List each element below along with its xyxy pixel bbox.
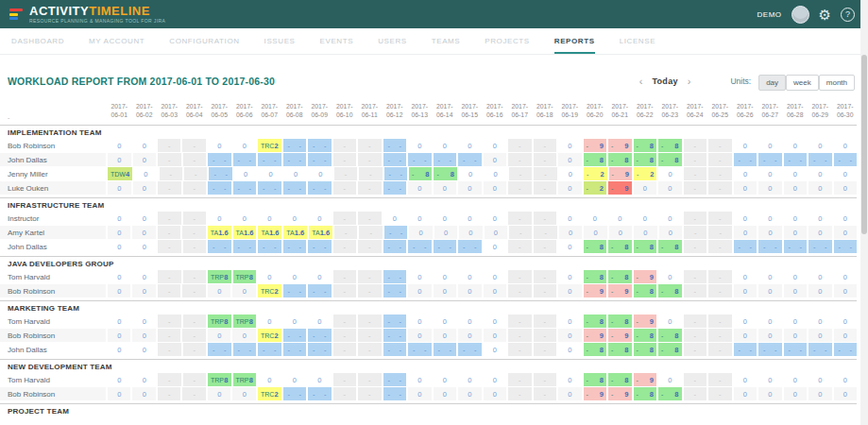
workload-cell[interactable]: 0 (259, 167, 281, 180)
workload-cell[interactable]: - (534, 373, 557, 386)
workload-cell[interactable]: - (333, 212, 357, 225)
workload-cell[interactable]: -8 (584, 314, 607, 328)
workload-cell[interactable]: 0 (459, 167, 482, 180)
workload-cell[interactable]: 0 (458, 212, 482, 225)
workload-cell[interactable]: -9 (584, 329, 607, 342)
workload-cell[interactable]: - (358, 329, 382, 342)
workload-cell[interactable]: - (708, 240, 732, 253)
workload-cell[interactable]: -8 (658, 240, 682, 253)
workload-cell[interactable]: 0 (308, 212, 332, 225)
workload-cell[interactable]: 0 (734, 226, 757, 239)
workload-cell[interactable]: - (708, 329, 732, 342)
workload-cell[interactable]: -- (258, 240, 281, 253)
workload-cell[interactable]: 0 (408, 314, 432, 328)
workload-cell[interactable]: - (333, 343, 357, 356)
workload-cell[interactable]: - (183, 212, 207, 225)
workload-cell[interactable]: - (183, 240, 207, 253)
workload-cell[interactable]: -- (308, 343, 332, 356)
workload-cell[interactable]: -- (283, 343, 307, 356)
workload-cell[interactable]: -- (734, 343, 757, 356)
workload-cell[interactable]: -- (258, 153, 281, 166)
workload-cell[interactable]: 0 (484, 387, 506, 400)
workload-cell[interactable]: 0 (133, 212, 157, 225)
workload-cell[interactable]: 0 (584, 226, 606, 239)
workload-cell[interactable]: -9 (634, 314, 657, 328)
settings-gear-icon[interactable]: ⚙ (819, 8, 831, 22)
workload-cell[interactable]: 0 (208, 212, 231, 225)
workload-cell[interactable]: 0 (434, 314, 457, 328)
workload-cell[interactable]: 0 (558, 212, 582, 225)
workload-cell[interactable]: -- (258, 343, 281, 356)
workload-cell[interactable]: -8 (634, 387, 657, 400)
workload-cell[interactable]: - (534, 181, 557, 195)
workload-cell[interactable]: -9 (634, 270, 657, 283)
workload-cell[interactable]: 0 (408, 181, 432, 195)
workload-cell[interactable]: 0 (459, 226, 482, 239)
workload-cell[interactable]: 0 (559, 167, 582, 180)
workload-cell[interactable]: -2 (634, 167, 656, 180)
workload-cell[interactable]: - (182, 284, 206, 298)
workload-cell[interactable]: 0 (133, 153, 157, 166)
workload-cell[interactable]: -- (383, 270, 407, 283)
workload-cell[interactable]: 0 (308, 270, 332, 283)
workload-cell[interactable]: 0 (434, 329, 457, 342)
workload-cell[interactable]: 0 (484, 329, 506, 342)
workload-cell[interactable]: -- (383, 284, 407, 298)
workload-cell[interactable]: 0 (434, 373, 457, 386)
workload-cell[interactable]: - (508, 314, 532, 328)
workload-cell[interactable]: 0 (808, 226, 831, 239)
workload-cell[interactable]: -- (808, 153, 832, 166)
workload-cell[interactable]: 0 (784, 226, 807, 239)
workload-cell[interactable]: -- (233, 240, 257, 253)
workload-cell[interactable]: -8 (658, 329, 681, 342)
workload-cell[interactable]: - (534, 387, 557, 400)
workload-cell[interactable]: 0 (808, 329, 832, 342)
next-chevron-icon[interactable]: › (688, 76, 691, 87)
workload-cell[interactable]: -8 (634, 329, 657, 342)
app-logo[interactable]: ACTIVITYTIMELINE RESOURCE PLANNING & MAN… (9, 5, 165, 24)
workload-cell[interactable]: - (182, 387, 206, 400)
workload-cell[interactable]: 0 (458, 329, 482, 342)
nav-item-dashboard[interactable]: DASHBOARD (11, 28, 64, 54)
workload-cell[interactable]: 0 (784, 387, 808, 400)
workload-cell[interactable]: - (333, 373, 357, 386)
workload-cell[interactable]: -- (383, 343, 407, 356)
workload-cell[interactable]: 0 (558, 153, 582, 166)
workload-cell[interactable]: - (158, 329, 181, 342)
workload-cell[interactable]: -- (784, 343, 808, 356)
workload-cell[interactable]: -- (308, 139, 331, 152)
workload-cell[interactable]: -- (233, 153, 257, 166)
workload-cell[interactable]: - (708, 212, 732, 225)
workload-cell[interactable]: 0 (108, 270, 131, 283)
workload-cell[interactable]: -2 (584, 167, 606, 180)
workload-cell[interactable]: - (160, 167, 182, 180)
workload-cell[interactable]: 0 (434, 226, 457, 239)
workload-cell[interactable]: 0 (784, 314, 808, 328)
workload-cell[interactable]: - (158, 270, 181, 283)
workload-cell[interactable]: - (158, 387, 181, 400)
workload-cell[interactable]: -- (308, 284, 331, 298)
user-avatar[interactable] (791, 6, 809, 24)
workload-cell[interactable]: - (508, 373, 532, 386)
workload-cell[interactable]: 0 (458, 314, 482, 328)
workload-cell[interactable]: TRP8 (233, 314, 257, 328)
workload-cell[interactable]: - (509, 167, 532, 180)
workload-cell[interactable]: -- (458, 343, 482, 356)
workload-cell[interactable]: - (509, 226, 532, 239)
nav-item-my-account[interactable]: MY ACCOUNT (89, 28, 145, 54)
workload-cell[interactable]: -8 (658, 139, 681, 152)
workload-cell[interactable]: - (333, 153, 357, 166)
workload-cell[interactable]: 0 (234, 167, 257, 180)
workload-cell[interactable]: - (684, 181, 707, 195)
workload-cell[interactable]: - (333, 329, 357, 342)
workload-cell[interactable]: 0 (309, 167, 332, 180)
workload-cell[interactable]: 0 (408, 270, 432, 283)
workload-cell[interactable]: -- (308, 240, 332, 253)
workload-cell[interactable]: 0 (784, 270, 808, 283)
workload-cell[interactable]: - (158, 139, 181, 152)
workload-cell[interactable]: - (534, 167, 556, 180)
workload-cell[interactable]: 0 (108, 139, 130, 152)
workload-cell[interactable]: - (358, 284, 382, 298)
workload-cell[interactable]: -- (834, 153, 858, 166)
workload-cell[interactable]: - (684, 240, 707, 253)
